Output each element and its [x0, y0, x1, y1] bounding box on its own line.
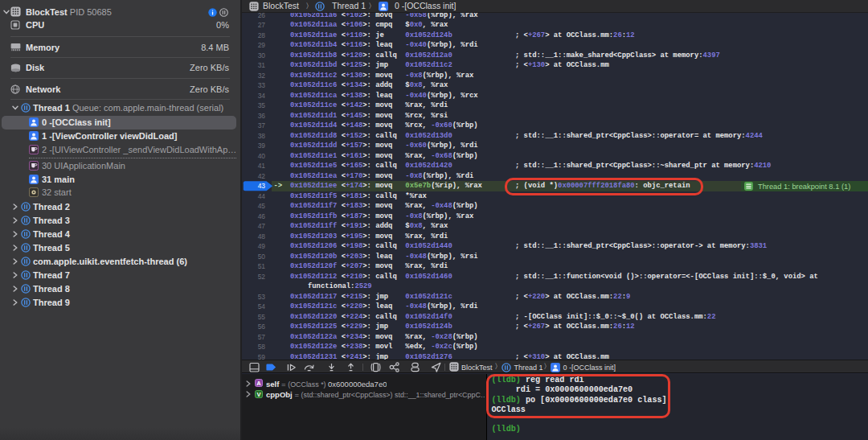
svg-text:A: A	[256, 380, 261, 387]
svg-text:V: V	[256, 390, 260, 397]
